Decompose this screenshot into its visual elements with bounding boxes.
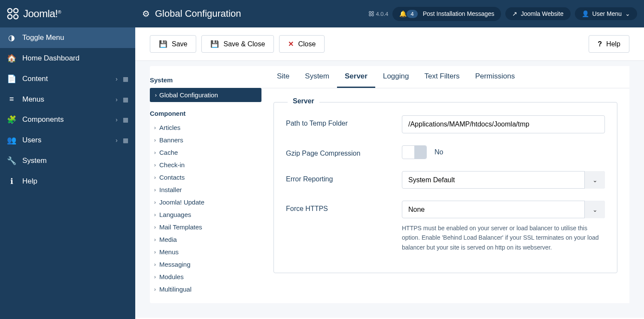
chevron-right-icon: › [115,75,118,82]
chevron-down-icon: ⌄ [625,10,630,17]
bell-icon: 🔔 [399,10,407,17]
tree-item-languages[interactable]: ›Languages [150,208,261,221]
chevron-right-icon: › [154,162,156,168]
gear-icon: ⚙ [142,9,150,19]
chevron-right-icon: › [154,199,156,205]
save-close-button[interactable]: 💾Save & Close [201,35,274,53]
force-https-help: HTTPS must be enabled on your server or … [402,223,605,252]
config-tabs: SiteSystemServerLoggingText FiltersPermi… [261,66,629,88]
chevron-right-icon: › [155,92,157,98]
force-https-select[interactable]: None [402,201,605,218]
wrench-icon: 🔧 [7,156,16,166]
tree-item-media[interactable]: ›Media [150,233,261,246]
svg-point-2 [8,15,12,19]
joomla-icon [6,7,20,21]
chevron-right-icon: › [154,137,156,143]
grid-icon: ▦ [123,75,128,82]
svg-point-7 [371,14,373,16]
tree-item-mail-templates[interactable]: ›Mail Templates [150,221,261,233]
tree-item-menus[interactable]: ›Menus [150,246,261,258]
chevron-right-icon: › [154,125,156,131]
sidebar-item-users[interactable]: 👥Users›▦ [0,130,135,150]
tree-heading-system: System [150,76,261,88]
chevron-right-icon: › [115,137,118,144]
sidebar-item-help[interactable]: ℹHelp [0,171,135,192]
svg-point-3 [14,15,18,19]
users-icon: 👥 [7,135,16,145]
tree-item-global-configuration[interactable]: ›Global Configuration [150,88,261,102]
tab-server[interactable]: Server [337,66,375,88]
page-title: Global Configuration [155,8,241,19]
chevron-right-icon: › [154,150,156,156]
tab-logging[interactable]: Logging [375,66,417,88]
gzip-value: No [434,148,443,156]
chevron-right-icon: › [154,286,156,292]
sidebar-item-content[interactable]: 📄Content›▦ [0,69,135,89]
notification-count: 4 [407,10,417,18]
sidebar-item-menus[interactable]: ≡Menus›▦ [0,89,135,109]
close-button[interactable]: ✕Close [279,35,325,53]
user-menu-button[interactable]: 👤 User Menu ⌄ [575,7,637,20]
temp-folder-label: Path to Temp Folder [286,115,402,127]
svg-point-5 [371,12,373,13]
tree-item-multilingual[interactable]: ›Multilingual [150,283,261,295]
tree-item-modules[interactable]: ›Modules [150,271,261,283]
chevron-right-icon: › [154,175,156,181]
puzzle-icon: 🧩 [7,115,16,124]
chevron-right-icon: › [115,96,118,103]
tree-item-joomla-update[interactable]: ›Joomla! Update [150,196,261,208]
fieldset-legend: Server [288,97,319,105]
tree-item-messaging[interactable]: ›Messaging [150,258,261,271]
help-icon: ? [598,40,602,48]
home-icon: 🏠 [7,54,16,63]
server-fieldset: Server Path to Temp Folder Gzip Page Com… [273,102,617,273]
grid-icon: ▦ [123,137,128,144]
toggle-menu-button[interactable]: ◑ Toggle Menu [0,27,135,48]
svg-point-6 [369,14,371,16]
svg-point-0 [8,9,12,13]
file-icon: 📄 [7,74,16,84]
brand-logo[interactable]: Joomla!® [0,0,135,27]
tab-system[interactable]: System [297,66,337,88]
error-reporting-label: Error Reporting [286,171,402,183]
grid-icon: ▦ [123,96,128,103]
tree-item-check-in[interactable]: ›Check-in [150,159,261,171]
chevron-right-icon: › [154,212,156,218]
brand-name: Joomla!® [23,8,61,20]
gzip-label: Gzip Page Compression [286,145,402,157]
help-button[interactable]: ?Help [589,35,629,53]
save-icon: 💾 [210,40,219,48]
tree-item-cache[interactable]: ›Cache [150,146,261,159]
chevron-right-icon: › [115,116,118,123]
temp-folder-input[interactable] [402,115,605,133]
toggle-icon: ◑ [7,33,16,42]
tab-permissions[interactable]: Permissions [468,66,523,88]
tree-item-installer[interactable]: ›Installer [150,184,261,196]
chevron-right-icon: › [154,274,156,280]
post-install-messages-button[interactable]: 🔔4 Post Installation Messages [392,7,501,21]
tree-item-contacts[interactable]: ›Contacts [150,171,261,184]
chevron-right-icon: › [154,262,156,268]
sidebar-item-home-dashboard[interactable]: 🏠Home Dashboard [0,48,135,69]
chevron-right-icon: › [154,224,156,230]
sidebar-item-components[interactable]: 🧩Components›▦ [0,109,135,130]
tab-text-filters[interactable]: Text Filters [416,66,467,88]
list-icon: ≡ [7,95,16,104]
config-panel: SiteSystemServerLoggingText FiltersPermi… [261,66,629,303]
gzip-toggle[interactable] [402,145,427,159]
save-button[interactable]: 💾Save [150,35,196,53]
force-https-label: Force HTTPS [286,201,402,213]
sidebar-item-system[interactable]: 🔧System [0,150,135,171]
joomla-website-button[interactable]: ↗ Joomla Website [505,7,570,20]
tree-item-banners[interactable]: ›Banners [150,134,261,146]
chevron-right-icon: › [154,187,156,193]
user-icon: 👤 [582,10,589,17]
error-reporting-select[interactable]: System Default [402,171,605,189]
svg-point-1 [14,9,18,13]
chevron-right-icon: › [154,249,156,255]
external-link-icon: ↗ [512,10,517,17]
tree-item-articles[interactable]: ›Articles [150,121,261,134]
tab-site[interactable]: Site [269,66,297,88]
toolbar: 💾Save 💾Save & Close ✕Close ?Help [135,27,644,61]
tree-heading-component: Component [150,110,261,121]
